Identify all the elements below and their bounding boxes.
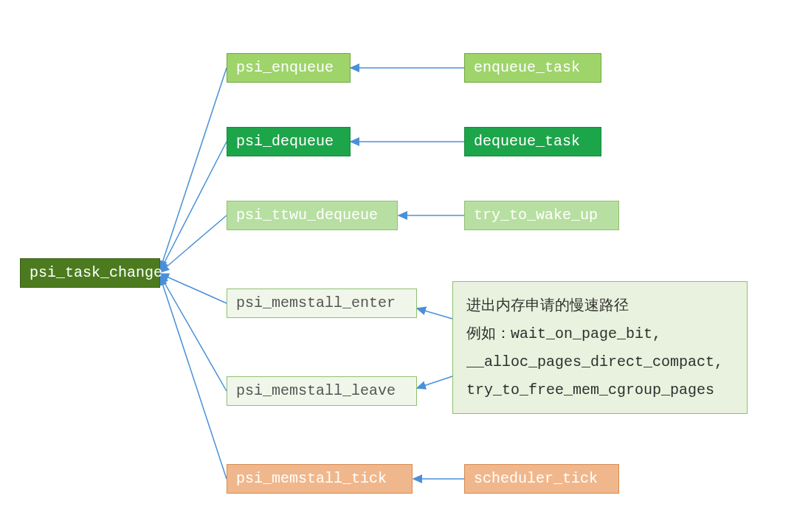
node-psi-dequeue: psi_dequeue <box>227 127 351 156</box>
label: psi_memstall_leave <box>236 381 396 401</box>
label: psi_memstall_tick <box>236 469 387 488</box>
node-try-to-wake-up: try_to_wake_up <box>464 201 619 230</box>
label: dequeue_task <box>474 132 580 151</box>
note-line-2: 例如：wait_on_page_bit, <box>466 320 734 348</box>
svg-line-4 <box>160 275 227 391</box>
svg-line-2 <box>160 215 227 272</box>
note-line-1: 进出内存申请的慢速路径 <box>466 292 734 320</box>
label: scheduler_tick <box>474 469 598 488</box>
node-psi-memstall-leave: psi_memstall_leave <box>227 376 417 406</box>
svg-line-0 <box>160 68 227 269</box>
svg-line-10 <box>417 308 452 319</box>
node-dequeue-task: dequeue_task <box>464 127 601 156</box>
svg-line-11 <box>417 376 452 388</box>
note-line-3: __alloc_pages_direct_compact, <box>466 348 734 376</box>
note-line-4: try_to_free_mem_cgroup_pages <box>466 376 734 404</box>
node-psi-memstall-tick: psi_memstall_tick <box>227 464 413 494</box>
label: psi_task_change <box>30 263 162 283</box>
svg-line-1 <box>160 142 227 271</box>
node-scheduler-tick: scheduler_tick <box>464 464 619 494</box>
label: psi_dequeue <box>236 132 334 151</box>
label: enqueue_task <box>474 58 580 77</box>
label: psi_ttwu_dequeue <box>236 206 378 225</box>
label: psi_enqueue <box>236 58 334 77</box>
node-psi-memstall-enter: psi_memstall_enter <box>227 289 417 318</box>
node-psi-enqueue: psi_enqueue <box>227 53 351 83</box>
node-psi-task-change: psi_task_change <box>20 258 160 288</box>
svg-line-5 <box>160 277 227 479</box>
label: try_to_wake_up <box>474 206 598 225</box>
label: psi_memstall_enter <box>236 294 396 313</box>
svg-line-3 <box>160 274 227 303</box>
node-psi-ttwu-dequeue: psi_ttwu_dequeue <box>227 201 398 230</box>
memstall-note-box: 进出内存申请的慢速路径 例如：wait_on_page_bit, __alloc… <box>452 281 748 414</box>
node-enqueue-task: enqueue_task <box>464 53 601 83</box>
